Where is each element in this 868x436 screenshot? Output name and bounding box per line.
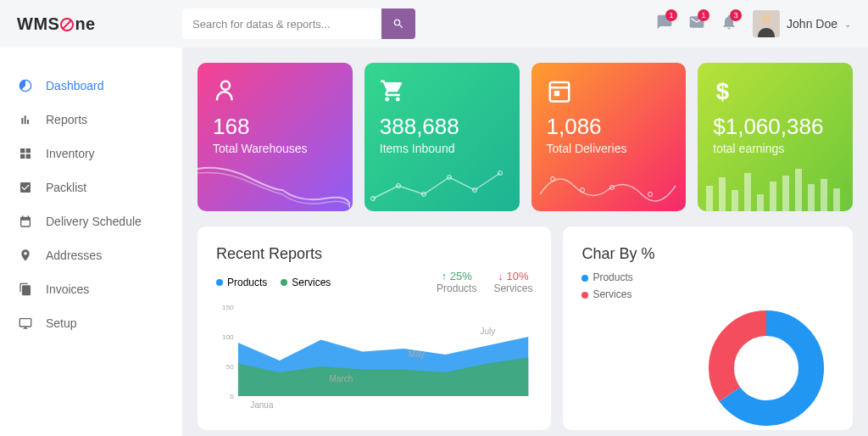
- dollar-icon: $: [713, 78, 738, 103]
- stat-label: total earnings: [713, 142, 837, 155]
- copy-icon: [19, 282, 32, 296]
- svg-text:50: 50: [226, 363, 235, 371]
- sidebar-item-label: Setup: [46, 316, 77, 330]
- search-icon: [392, 18, 404, 30]
- header-right: 1 1 3 John Doe ⌄: [656, 10, 851, 37]
- panel-title: Char By %: [581, 245, 834, 263]
- stat-value: 168: [213, 114, 337, 140]
- brand-part1: WMS: [17, 14, 59, 33]
- legend-products: Products: [216, 277, 267, 288]
- svg-point-6: [221, 81, 230, 90]
- svg-line-1: [63, 20, 71, 29]
- mail-badge: 1: [698, 9, 709, 21]
- sidebar-item-label: Packlist: [46, 181, 86, 194]
- donut-chart: [581, 309, 834, 428]
- svg-text:100: 100: [222, 333, 234, 341]
- sidebar-item-label: Reports: [46, 113, 87, 126]
- brand-o-icon: [59, 17, 75, 32]
- legend-services: Services: [581, 288, 834, 300]
- grid-icon: [19, 147, 32, 160]
- sidebar-item-addresses[interactable]: Addresses: [0, 238, 182, 272]
- svg-rect-27: [782, 176, 789, 211]
- bar-sparkline: [698, 160, 850, 211]
- svg-rect-21: [706, 186, 713, 211]
- search-button[interactable]: [381, 8, 415, 39]
- svg-point-17: [580, 188, 584, 193]
- svg-rect-29: [808, 184, 815, 211]
- sidebar: Dashboard Reports Inventory Packlist Del…: [0, 48, 182, 436]
- svg-rect-23: [732, 190, 738, 211]
- sidebar-item-label: Addresses: [46, 249, 102, 262]
- stat-value: 388,688: [380, 114, 504, 140]
- pin-icon: [19, 249, 32, 262]
- sidebar-item-dashboard[interactable]: Dashboard: [0, 69, 182, 103]
- brand-part2: ne: [75, 14, 95, 33]
- svg-rect-31: [833, 188, 840, 211]
- sparkline: [531, 160, 684, 211]
- sidebar-item-setup[interactable]: Setup: [0, 306, 182, 340]
- user-menu[interactable]: John Doe ⌄: [753, 10, 851, 37]
- chevron-down-icon: ⌄: [844, 20, 851, 29]
- stat-earnings[interactable]: $ $1,060,386 total earnings: [698, 63, 853, 211]
- svg-text:$: $: [716, 78, 729, 103]
- sidebar-item-inventory[interactable]: Inventory: [0, 137, 182, 170]
- stat-value: 1,086: [547, 114, 671, 140]
- legend-services: Services: [281, 277, 331, 288]
- svg-rect-28: [795, 169, 802, 211]
- mail-button[interactable]: 1: [688, 14, 705, 34]
- svg-rect-25: [757, 194, 764, 211]
- metric-products: ↑ 25% Products: [437, 270, 476, 294]
- char-by-panel: Char By % Products Services: [563, 226, 853, 430]
- sidebar-item-packlist[interactable]: Packlist: [0, 170, 182, 204]
- chat-button[interactable]: 1: [656, 14, 673, 34]
- svg-text:150: 150: [222, 304, 234, 311]
- user-icon: [213, 78, 238, 103]
- stat-value: $1,060,386: [713, 114, 837, 140]
- legend-row: Products Services ↑ 25% Products ↓ 10% S…: [216, 270, 532, 294]
- recent-reports-panel: Recent Reports Products Services ↑ 25% P…: [198, 226, 551, 430]
- sidebar-item-reports[interactable]: Reports: [0, 103, 182, 137]
- bar-chart-icon: [19, 113, 32, 126]
- stat-label: Total Warehouses: [213, 142, 337, 155]
- brand-logo: WMSne: [17, 14, 182, 34]
- sidebar-item-label: Inventory: [46, 147, 95, 160]
- dashboard-icon: [19, 79, 32, 92]
- svg-point-37: [721, 323, 811, 413]
- sparkline: [198, 160, 350, 211]
- legend-products: Products: [581, 271, 834, 283]
- metric-services: ↓ 10% Services: [493, 270, 532, 294]
- stat-label: Items Inbound: [380, 142, 504, 155]
- svg-rect-15: [554, 91, 559, 96]
- sidebar-item-label: Invoices: [46, 282, 89, 296]
- main-content: 168 Total Warehouses 388,688 Items Inbou…: [182, 48, 868, 436]
- sidebar-item-delivery[interactable]: Delivery Schedule: [0, 204, 182, 238]
- search-input[interactable]: [182, 8, 381, 39]
- chat-badge: 1: [665, 9, 677, 21]
- sidebar-item-invoices[interactable]: Invoices: [0, 272, 182, 306]
- calendar-check-icon: [547, 78, 572, 103]
- svg-rect-24: [744, 173, 751, 211]
- area-chart: 050100150 JanuaMarchMayJuly: [216, 303, 532, 424]
- bell-button[interactable]: 3: [721, 14, 737, 34]
- check-square-icon: [19, 181, 32, 194]
- sidebar-item-label: Delivery Schedule: [46, 215, 142, 228]
- bell-badge: 3: [730, 9, 742, 21]
- svg-rect-22: [719, 177, 726, 211]
- panels: Recent Reports Products Services ↑ 25% P…: [198, 226, 853, 430]
- monitor-icon: [19, 316, 32, 330]
- svg-point-4: [761, 14, 771, 25]
- avatar: [753, 10, 780, 37]
- sidebar-item-label: Dashboard: [46, 79, 104, 92]
- svg-rect-30: [821, 179, 827, 211]
- search: [182, 8, 415, 39]
- user-name: John Doe: [787, 17, 837, 31]
- stat-warehouses[interactable]: 168 Total Warehouses: [198, 63, 353, 211]
- svg-text:0: 0: [230, 393, 234, 400]
- top-header: WMSne 1 1 3 John Doe ⌄: [0, 0, 868, 48]
- svg-point-19: [648, 193, 652, 197]
- stat-inbound[interactable]: 388,688 Items Inbound: [364, 63, 520, 211]
- sparkline: [364, 160, 517, 211]
- svg-rect-26: [770, 182, 776, 211]
- stat-deliveries[interactable]: 1,086 Total Deliveries: [531, 63, 687, 211]
- stat-label: Total Deliveries: [547, 142, 671, 155]
